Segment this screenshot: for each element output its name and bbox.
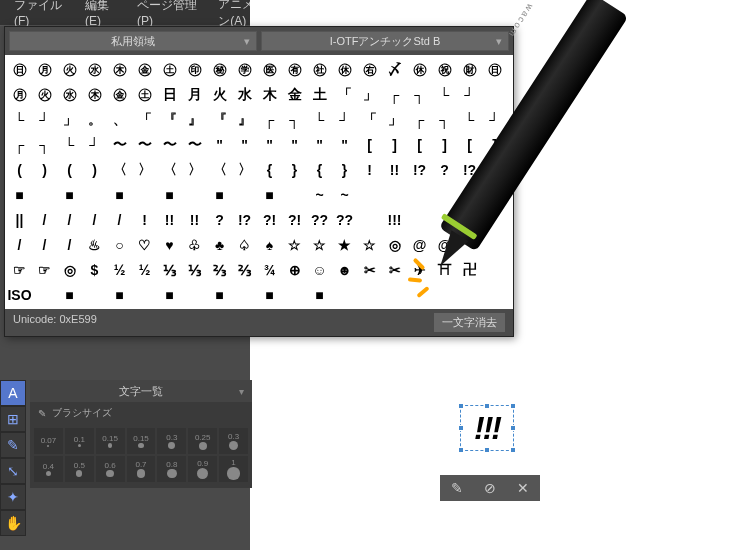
glyph-cell[interactable]: / xyxy=(107,207,132,232)
glyph-cell[interactable]: ¾ xyxy=(257,257,282,282)
glyph-cell[interactable]: ( xyxy=(57,157,82,182)
glyph-cell[interactable]: ㊗ xyxy=(432,57,457,82)
glyph-cell[interactable]: / xyxy=(57,207,82,232)
glyph-cell[interactable]: ┐ xyxy=(407,82,432,107)
glyph-cell[interactable]: ISO xyxy=(7,282,32,307)
glyph-cell[interactable]: ½ xyxy=(132,257,157,282)
glyph-cell[interactable]: 「 xyxy=(332,82,357,107)
region-dropdown[interactable]: 私用領域 xyxy=(9,31,257,51)
brush-size-cell[interactable]: 0.3 xyxy=(219,428,248,454)
glyph-cell[interactable]: 月 xyxy=(182,82,207,107)
glyph-cell[interactable]: " xyxy=(332,132,357,157)
resize-handle[interactable] xyxy=(458,425,464,431)
brush-size-cell[interactable]: 0.4 xyxy=(34,456,63,482)
glyph-cell[interactable] xyxy=(407,282,432,307)
glyph-cell[interactable]: ㊫ xyxy=(232,57,257,82)
glyph-cell[interactable] xyxy=(482,82,507,107)
resize-handle[interactable] xyxy=(484,447,490,453)
glyph-cell[interactable]: 『 xyxy=(207,107,232,132)
glyph-cell[interactable]: 日 xyxy=(157,82,182,107)
glyph-cell[interactable]: ㊌ xyxy=(82,57,107,82)
glyph-cell[interactable]: ■ xyxy=(57,182,82,207)
glyph-cell[interactable]: 〆 xyxy=(382,57,407,82)
glyph-cell[interactable]: ■ xyxy=(157,282,182,307)
brush-tool[interactable]: ✎ xyxy=(0,432,26,458)
glyph-cell[interactable]: ★ xyxy=(332,232,357,257)
glyph-cell[interactable] xyxy=(32,182,57,207)
glyph-cell[interactable]: ♡ xyxy=(132,232,157,257)
brush-size-cell[interactable]: 0.15 xyxy=(96,428,125,454)
glyph-cell[interactable]: !? xyxy=(232,207,257,232)
glyph-cell[interactable]: ㊍ xyxy=(82,82,107,107)
glyph-cell[interactable]: └ xyxy=(457,107,482,132)
sparkle-tool[interactable]: ✦ xyxy=(0,484,26,510)
glyph-cell[interactable]: └ xyxy=(307,107,332,132)
resize-handle[interactable] xyxy=(458,447,464,453)
glyph-cell[interactable]: ⅔ xyxy=(232,257,257,282)
brush-size-cell[interactable]: 0.07 xyxy=(34,428,63,454)
glyph-cell[interactable]: !? xyxy=(457,157,482,182)
glyph-cell[interactable] xyxy=(282,282,307,307)
glyph-cell[interactable]: 〈 xyxy=(157,157,182,182)
glyph-cell[interactable]: ┘ xyxy=(82,132,107,157)
glyph-cell[interactable] xyxy=(432,282,457,307)
glyph-cell[interactable]: ] xyxy=(382,132,407,157)
glyph-cell[interactable]: ㊙ xyxy=(207,57,232,82)
grid-tool[interactable]: ⊞ xyxy=(0,406,26,432)
glyph-cell[interactable]: !! xyxy=(157,207,182,232)
glyph-cell[interactable]: ㊖ xyxy=(457,57,482,82)
glyph-cell[interactable] xyxy=(382,282,407,307)
glyph-cell[interactable]: 〜 xyxy=(107,132,132,157)
resize-handle[interactable] xyxy=(458,403,464,409)
glyph-cell[interactable]: ┘ xyxy=(32,107,57,132)
glyph-cell[interactable]: } xyxy=(282,157,307,182)
glyph-cell[interactable] xyxy=(282,182,307,207)
resize-handle[interactable] xyxy=(510,425,516,431)
glyph-cell[interactable]: ■ xyxy=(57,282,82,307)
glyph-cell[interactable]: ! xyxy=(357,157,382,182)
glyph-cell[interactable] xyxy=(482,182,507,207)
glyph-cell[interactable] xyxy=(432,207,457,232)
brush-size-cell[interactable]: 0.7 xyxy=(127,456,156,482)
glyph-cell[interactable] xyxy=(357,207,382,232)
glyph-cell[interactable]: 〜 xyxy=(182,132,207,157)
glyph-cell[interactable]: ㊊ xyxy=(32,57,57,82)
glyph-cell[interactable]: $ xyxy=(82,257,107,282)
glyph-cell[interactable]: ◎ xyxy=(57,257,82,282)
glyph-cell[interactable]: ㊍ xyxy=(107,57,132,82)
glyph-cell[interactable]: ■ xyxy=(207,182,232,207)
glyph-cell[interactable]: ☞ xyxy=(32,257,57,282)
glyph-cell[interactable] xyxy=(407,182,432,207)
glyph-cell[interactable]: !! xyxy=(382,157,407,182)
glyph-cell[interactable]: 」 xyxy=(57,107,82,132)
glyph-cell[interactable]: { xyxy=(307,157,332,182)
glyph-cell[interactable] xyxy=(457,182,482,207)
glyph-cell[interactable]: ㊎ xyxy=(107,82,132,107)
brush-size-cell[interactable]: 0.5 xyxy=(65,456,94,482)
glyph-cell[interactable]: ) xyxy=(32,157,57,182)
glyph-cell[interactable] xyxy=(357,182,382,207)
glyph-cell[interactable]: 水 xyxy=(232,82,257,107)
glyph-cell[interactable]: ~ xyxy=(307,182,332,207)
glyph-cell[interactable]: [ xyxy=(457,132,482,157)
glyph-cell[interactable]: @ xyxy=(432,232,457,257)
glyph-cell[interactable] xyxy=(232,182,257,207)
glyph-cell[interactable]: ⅓ xyxy=(182,257,207,282)
glyph-cell[interactable] xyxy=(457,282,482,307)
glyph-cell[interactable]: 、 xyxy=(107,107,132,132)
resize-handle[interactable] xyxy=(484,403,490,409)
font-dropdown[interactable]: I-OTFアンチックStd B xyxy=(261,31,509,51)
glyph-cell[interactable]: ) xyxy=(82,157,107,182)
glyph-cell[interactable]: ┘ xyxy=(457,82,482,107)
glyph-cell[interactable]: ? xyxy=(432,157,457,182)
glyph-cell[interactable]: ㊋ xyxy=(32,82,57,107)
glyph-cell[interactable]: ◎ xyxy=(382,232,407,257)
glyph-cell[interactable] xyxy=(82,182,107,207)
glyph-cell[interactable] xyxy=(82,282,107,307)
glyph-cell[interactable]: 土 xyxy=(307,82,332,107)
glyph-cell[interactable]: / xyxy=(7,232,32,257)
glyph-cell[interactable]: ! xyxy=(132,207,157,232)
glyph-cell[interactable]: ?? xyxy=(332,207,357,232)
glyph-cell[interactable]: } xyxy=(332,157,357,182)
move-tool[interactable]: ⤡ xyxy=(0,458,26,484)
